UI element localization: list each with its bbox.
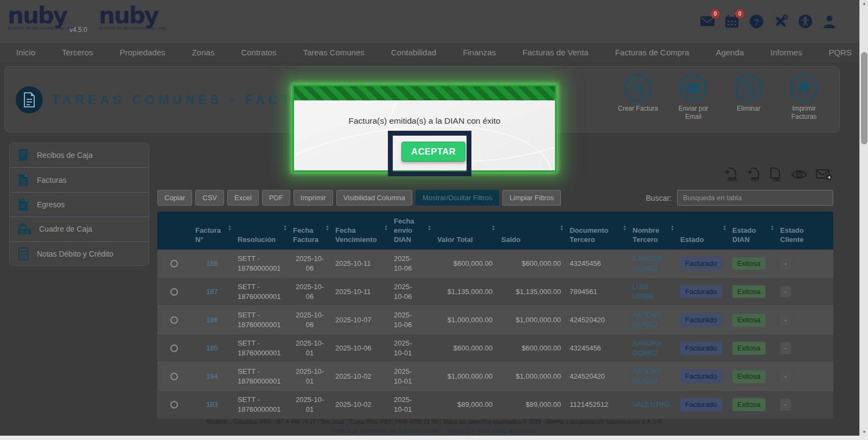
nav-item-terceros[interactable]: Terceros: [62, 48, 93, 57]
download-xml-icon[interactable]: XML: [769, 167, 782, 184]
row-select-radio[interactable]: [170, 373, 178, 380]
sort-arrows-icon[interactable]: ▲▼: [492, 225, 495, 232]
tools-icon[interactable]: [773, 13, 789, 29]
nuby-logo-secondary[interactable]: nuby el futuro de las inmobiliarias, hoy…: [99, 2, 167, 30]
invoice-table: Factura N°▲▼Resolución▲▼Fecha Factura▲▼F…: [157, 212, 833, 419]
sort-arrows-icon[interactable]: ▲▼: [427, 225, 431, 232]
sidebar-item-facturas[interactable]: Facturas: [10, 168, 149, 192]
toolbar-button-pdf[interactable]: PDF: [262, 190, 290, 206]
invoice-number-link[interactable]: 187: [206, 287, 218, 297]
accept-button[interactable]: ACEPTAR: [401, 142, 465, 162]
sort-arrows-icon[interactable]: ▲▼: [723, 225, 726, 232]
column-header[interactable]: Nombre Tercero▲▼: [628, 212, 676, 250]
column-header[interactable]: Fecha Vencimiento▲▼: [331, 212, 390, 250]
sidebar-item-notas-debito-credito[interactable]: Notas Débito y Crédito: [10, 242, 149, 266]
scrollbar-thumb[interactable]: [861, 52, 867, 144]
cell-fecha-factura: 2025-10-01: [289, 334, 331, 362]
third-party-link[interactable]: ANTONY MUÑOZ: [633, 367, 672, 386]
column-header[interactable]: Saldo▲▼: [497, 212, 565, 250]
nav-item-facturas-de-venta[interactable]: Facturas de Venta: [522, 48, 589, 57]
help-icon[interactable]: ?: [748, 13, 764, 29]
column-header[interactable]: Fecha envío DIAN▲▼: [390, 212, 433, 250]
preview-icon[interactable]: [791, 169, 807, 182]
send-dian-icon[interactable]: DIAN: [724, 167, 738, 184]
nav-item-finanzas[interactable]: Finanzas: [463, 48, 496, 57]
user-icon[interactable]: [821, 13, 838, 29]
mail-icon[interactable]: 0: [699, 13, 716, 29]
invoice-number-link[interactable]: 185: [206, 343, 218, 353]
nav-item-propiedades[interactable]: Propiedades: [120, 48, 165, 57]
cell-fecha-factura: 2025-10-06: [289, 278, 331, 305]
sidebar-item-cuadre-de-caja[interactable]: Cuadre de Caja: [10, 217, 149, 241]
vertical-scrollbar[interactable]: ▲ ▼: [859, 0, 868, 440]
nav-item-pqrs[interactable]: PQRS: [828, 48, 852, 57]
nav-item-informes[interactable]: Informes: [770, 48, 802, 57]
third-party-link[interactable]: SANDRA GOMEZ: [633, 339, 672, 358]
sort-arrows-icon[interactable]: ▲▼: [671, 225, 674, 232]
sort-arrows-icon[interactable]: ▲▼: [560, 225, 564, 232]
sort-arrows-icon[interactable]: ▲▼: [283, 225, 287, 232]
nuby-logo[interactable]: nuby el futuro de las inmobiliarias, hoy…: [8, 2, 75, 30]
sort-arrows-icon[interactable]: ▲▼: [326, 225, 329, 232]
invoice-number-link[interactable]: 188: [206, 259, 218, 269]
scroll-down-arrow[interactable]: ▼: [860, 430, 868, 435]
column-header: [157, 212, 191, 250]
third-party-link[interactable]: LUIS URIBE: [633, 282, 672, 301]
invoice-number-link[interactable]: 184: [206, 372, 218, 381]
toolbar-button-copiar[interactable]: Copiar: [157, 190, 192, 206]
nav-item-contratos[interactable]: Contratos: [241, 48, 276, 57]
sidebar-item-egresos[interactable]: Egresos: [10, 193, 149, 217]
third-party-link[interactable]: ANTONY MUÑOZ: [633, 310, 672, 329]
nav-item-facturas-de-compra[interactable]: Facturas de Compra: [615, 48, 690, 57]
cell-fecha-vencimiento: 2025-10-02: [331, 391, 390, 418]
sort-arrows-icon[interactable]: ▲▼: [770, 225, 774, 232]
nav-item-contabilidad[interactable]: Contabilidad: [391, 48, 436, 57]
toolbar-button-visibilidad-columna[interactable]: Visibilidad Columna: [336, 190, 412, 206]
column-header[interactable]: Valor Total▲▼: [433, 212, 497, 250]
toolbar-button-imprimir[interactable]: Imprimir: [293, 190, 333, 206]
resend-email-icon[interactable]: [816, 168, 832, 183]
invoice-number-link[interactable]: 186: [206, 315, 218, 325]
nav-item-tareas-comunes[interactable]: Tareas Comunes: [303, 48, 364, 57]
toolbar-button-excel[interactable]: Excel: [227, 190, 259, 206]
scroll-up-arrow[interactable]: ▲: [860, 1, 868, 6]
toolbar-button-limpiar-filtros[interactable]: Limpiar Filtros: [502, 190, 561, 206]
third-party-link[interactable]: SANDRA GOMEZ: [633, 254, 672, 273]
row-select-radio[interactable]: [170, 260, 178, 267]
sort-arrows-icon[interactable]: ▲▼: [384, 225, 388, 232]
cell-saldo: $1,000,000.00: [497, 362, 565, 390]
row-select-radio[interactable]: [170, 288, 178, 296]
footer-policy-links[interactable]: Política de tratamiento de datos persona…: [0, 428, 868, 434]
cell-saldo: $1,000,000.00: [497, 306, 565, 334]
nav-item-agenda[interactable]: Agenda: [716, 48, 744, 57]
nav-item-zonas[interactable]: Zonas: [192, 48, 215, 57]
toolbar-button-mostrar-ocultar-filtros[interactable]: Mostrar/Ocultar Filtros: [416, 190, 500, 206]
row-select-radio[interactable]: [170, 401, 178, 409]
cell-valor-total: $1,135,000.00: [433, 278, 497, 305]
send-by-email-button[interactable]: Enviar por Email: [672, 74, 714, 121]
sort-arrows-icon[interactable]: ▲▼: [228, 225, 232, 232]
column-header[interactable]: Factura N°▲▼: [191, 212, 233, 250]
download-pdf-icon[interactable]: PDF: [746, 167, 761, 184]
row-select-radio[interactable]: [170, 345, 178, 352]
toolbar-button-csv[interactable]: CSV: [195, 190, 224, 206]
sidebar-item-recibos-de-caja[interactable]: Recibos de Caja: [10, 143, 149, 168]
column-header[interactable]: Documento Tercero▲▼: [565, 212, 628, 250]
search-input[interactable]: [677, 190, 833, 206]
row-select-radio[interactable]: [170, 316, 178, 324]
cell-valor-total: $89,000.00: [433, 391, 497, 418]
column-header[interactable]: Resolución▲▼: [233, 212, 289, 250]
column-header[interactable]: Estado DIAN▲▼: [728, 212, 776, 250]
create-invoice-button[interactable]: Crear Factura: [617, 74, 659, 121]
invoice-number-link[interactable]: 183: [206, 400, 218, 410]
column-header[interactable]: Fecha Factura▲▼: [289, 212, 331, 250]
sort-arrows-icon[interactable]: ▲▼: [623, 225, 627, 232]
column-header[interactable]: Estado▲▼: [676, 212, 728, 250]
accessibility-icon[interactable]: [797, 13, 813, 29]
print-invoices-button[interactable]: Imprimir Facturas: [783, 74, 825, 121]
nav-item-inicio[interactable]: Inicio: [16, 48, 35, 57]
third-party-link[interactable]: VALENTINA: [633, 400, 671, 410]
delete-invoice-button[interactable]: Eliminar: [727, 74, 770, 121]
calendar-icon[interactable]: 0: [724, 13, 740, 29]
cell-documento-tercero: 1121452512: [565, 391, 628, 418]
